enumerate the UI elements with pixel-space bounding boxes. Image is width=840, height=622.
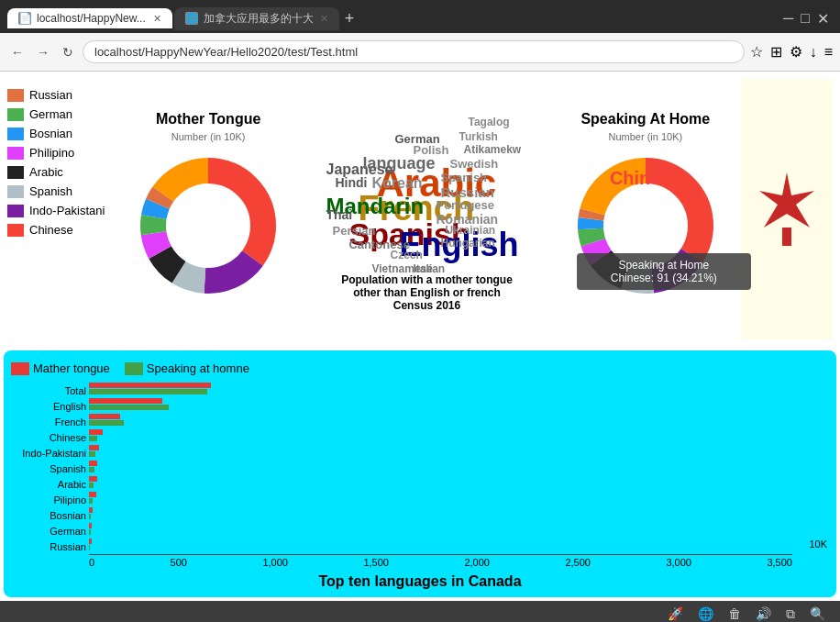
bar-chart: TotalEnglishFrenchChineseIndo-PakistaniS… (11, 383, 829, 568)
bar-row: Pilipino (89, 492, 792, 504)
x-0: 0 (89, 557, 94, 568)
wc-portuguese: Portugese (436, 198, 494, 212)
legend-item-bosnian: Bosnian (7, 127, 113, 140)
tab1-close[interactable]: ✕ (153, 13, 161, 25)
chart2-subtitle: Number (in 10K) (568, 131, 724, 142)
forward-button[interactable]: → (33, 43, 53, 61)
x-1000: 1,000 (262, 557, 288, 568)
bar-red-english (89, 398, 162, 404)
bookmark-icon[interactable]: ☆ (750, 43, 763, 61)
x-axis: 0 500 1,000 1,500 2,000 2,500 3,000 3,50… (89, 555, 792, 568)
bar-label-spanish: Spanish (8, 463, 86, 474)
search-icon[interactable]: 🔍 (810, 606, 825, 621)
x-2000: 2,000 (464, 557, 490, 568)
donut-chart1 (130, 148, 286, 304)
bar-label-chinese: Chinese (8, 432, 86, 443)
legend-color-red (11, 362, 29, 375)
tab2-close[interactable]: ✕ (320, 13, 328, 25)
legend-label-mother-tongue: Mather tongue (33, 361, 110, 375)
bar-green-indo-pakistani (89, 451, 95, 457)
wc-german: German (394, 132, 439, 146)
legend-item-spanish: Spanish (7, 184, 113, 198)
bar-green-bosnian (89, 514, 91, 519)
legend-color-indo-pakistani (7, 205, 24, 217)
bar-chart-title: Top ten languages in Canada (11, 573, 829, 590)
bar-label-arabic: Arabic (8, 479, 86, 490)
extension2-icon[interactable]: ⚙ (790, 43, 802, 61)
maple-leaf-svg (746, 168, 828, 250)
bar-label-pilipino: Pilipino (8, 494, 86, 505)
bottom-bar: 🚀 🌐 🗑 🔊 ⧉ 🔍 (0, 601, 840, 622)
globe-icon[interactable]: 🌐 (698, 606, 713, 621)
download-icon[interactable]: ↓ (810, 44, 817, 61)
bar-red-total (89, 383, 211, 388)
bar-row: Total (89, 383, 792, 394)
legend-speaking: Speaking at homne (125, 361, 249, 375)
x-2500: 2,500 (565, 557, 591, 568)
bar-red-pilipino (89, 492, 96, 497)
canadian-flag (741, 79, 833, 339)
rocket-icon[interactable]: 🚀 (668, 606, 683, 621)
speaking-at-home-chart: Speaking At Home Number (in 10K) (568, 111, 724, 307)
menu-icon[interactable]: ≡ (824, 44, 833, 61)
word-cloud: Arabic French Spanish English Mandarin J… (321, 106, 532, 272)
tab2-favicon: 🌐 (185, 12, 198, 25)
wc-spanish2: Spanish (440, 171, 487, 184)
maximize-button[interactable]: □ (801, 10, 810, 28)
ten-k-label: 10K (809, 539, 827, 550)
bar-row: Indo-Pakistani (89, 445, 792, 457)
wc-czech: Czech (390, 249, 422, 261)
word-cloud-caption: Population with a mother tongueother tha… (341, 273, 513, 312)
legend-item-arabic: Arabic (7, 165, 113, 179)
legend-color-russian (7, 89, 24, 102)
wc-persian: Persian (332, 224, 375, 238)
bar-green-english (89, 405, 169, 410)
close-button[interactable]: ✕ (817, 10, 829, 28)
address-bar[interactable] (83, 40, 745, 63)
bar-row: Russian (89, 539, 792, 550)
wc-hindi: Hindi (335, 175, 367, 190)
bar-label-total: Total (8, 385, 86, 396)
legend-mother-tongue: Mather tongue (11, 361, 110, 375)
x-500: 500 (171, 557, 187, 568)
bar-red-arabic (89, 476, 97, 482)
legend-color-green (125, 362, 143, 375)
bar-label-bosnian: Bosnian (8, 510, 86, 521)
legend-item-philipino: Philipino (7, 146, 113, 160)
tab2-label: 加拿大应用最多的十大... (204, 11, 313, 27)
tab1-label: localhost/HappyNew... (37, 12, 146, 25)
chart1-title: Mother Tongue (130, 111, 286, 128)
tooltip-text: Chinese: 91 (34.21%) (586, 272, 742, 284)
mother-tongue-chart: Mother Tongue Number (in 10K) (130, 111, 286, 307)
bar-red-russian (89, 539, 92, 544)
trash-icon[interactable]: 🗑 (728, 606, 741, 621)
back-button[interactable]: ← (7, 43, 28, 61)
extensions-icon[interactable]: ⊞ (770, 43, 782, 61)
refresh-button[interactable]: ↻ (59, 43, 77, 61)
wc-thai: Thai (326, 207, 352, 222)
bar-legend: Mather tongue Speaking at homne (11, 361, 829, 375)
legend-item-chinese: Chinese (7, 223, 113, 237)
tab-inactive[interactable]: 🌐 加拿大应用最多的十大... ✕ (174, 7, 339, 30)
bar-red-indo-pakistani (89, 445, 99, 450)
x-3000: 3,000 (666, 557, 691, 568)
wc-turkish: Turkish (459, 130, 497, 143)
svg-rect-20 (782, 228, 791, 246)
speaker-icon[interactable]: 🔊 (756, 606, 771, 621)
tab-active[interactable]: 📄 localhost/HappyNew... ✕ (7, 8, 172, 28)
legend-color-german (7, 108, 24, 121)
legend-item-indo-pakistani: Indo-Pakistani (7, 204, 113, 217)
bar-green-chinese (89, 436, 97, 441)
bar-label-french: French (8, 417, 86, 428)
bar-green-russian (89, 545, 90, 550)
chinese-label: Chinese (568, 168, 724, 189)
wc-ukrainian: Ukrainian (445, 224, 495, 237)
window-icon[interactable]: ⧉ (786, 606, 795, 622)
bar-green-german (89, 529, 91, 535)
chart1-subtitle: Number (in 10K) (130, 131, 286, 142)
legend-item-russian: Russian (7, 88, 113, 102)
minimize-button[interactable]: ─ (783, 10, 793, 28)
bar-green-spanish (89, 467, 94, 472)
new-tab-button[interactable]: + (345, 9, 355, 28)
wc-swedish: Swedish (449, 157, 498, 171)
